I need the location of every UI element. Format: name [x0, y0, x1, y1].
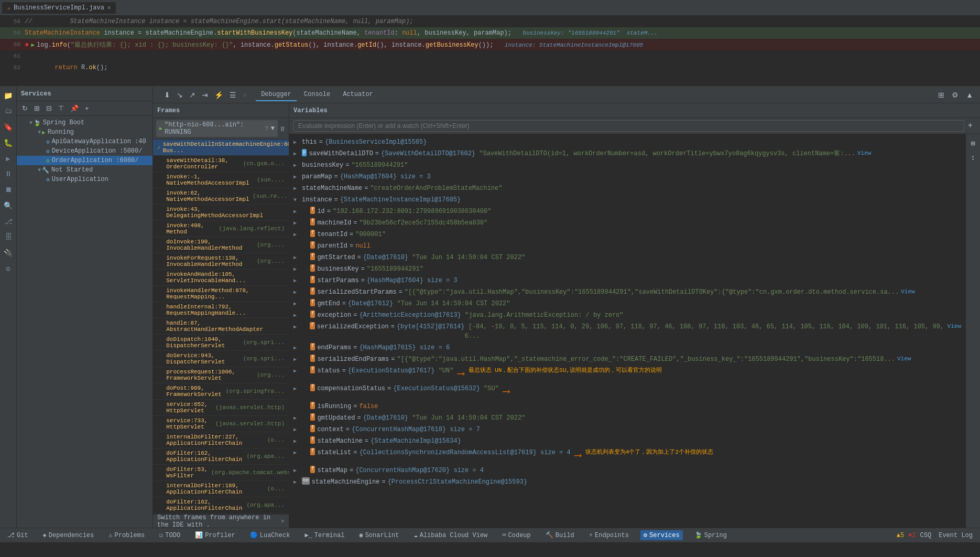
eval-add-button[interactable]: + [964, 120, 976, 132]
tab-close-button[interactable]: ✕ [107, 4, 111, 11]
eval-input[interactable] [293, 120, 964, 132]
error-count[interactable]: ✖2 [908, 531, 916, 539]
var-this[interactable]: ▶ this = {BusinessServiceImpl@15585} [289, 136, 965, 148]
var-expand-sme[interactable]: ▶ [293, 478, 300, 486]
tab-console[interactable]: Console [299, 89, 335, 101]
frame-item-2[interactable]: invoke:-1, NativeMethodAccessorImpl (sun… [153, 172, 289, 188]
collapse-all-button[interactable]: ⊟ [44, 103, 54, 113]
pause-icon[interactable]: ⏸ [2, 167, 15, 181]
restore-layout-button[interactable]: ⊞ [935, 89, 947, 101]
var-stateMachineName[interactable]: ▶ stateMachineName = "createOrderAndProb… [289, 183, 965, 194]
var-expand-ctx[interactable]: ▶ [293, 426, 300, 434]
debug-icon[interactable]: 🐛 [2, 136, 15, 149]
database-icon[interactable]: 🗄 [2, 230, 15, 244]
hint-close-button[interactable]: ✕ [281, 517, 285, 525]
var-expand-dto[interactable]: ▶ [293, 150, 300, 158]
add-button[interactable]: + [83, 103, 91, 113]
git-icon[interactable]: ⎇ [2, 215, 15, 228]
var-expand-sm[interactable]: ▶ [293, 437, 300, 445]
frame-item-9[interactable]: invokeHandlerMethod:878, RequestMapping.… [153, 286, 289, 302]
file-tab[interactable]: ☕ BusinessServiceImpl.java ✕ [2, 2, 116, 14]
frame-item-1[interactable]: saveWithDetail:38, OrderController (cn.g… [153, 156, 289, 172]
project-icon[interactable]: 📁 [2, 89, 15, 102]
var-expand-ex[interactable]: ▶ [293, 312, 300, 319]
var-status[interactable]: ▶ f status = {ExecutionStatus@17617} "UN… [289, 365, 965, 383]
status-services[interactable]: ⚙ Services [640, 530, 683, 540]
var-endParams[interactable]: ▶ f endParams = {HashMap@17615} size = 6 [289, 342, 965, 354]
var-expand-gu[interactable]: ▶ [293, 414, 300, 422]
var-expand-pm[interactable]: ▶ [293, 173, 300, 181]
tree-arrow-spring-boot[interactable]: ▼ [29, 120, 32, 126]
var-serializedEndParams[interactable]: ▶ f serializedEndParams = "[{"@type":"ja… [289, 354, 965, 365]
view-link[interactable]: View [948, 322, 961, 331]
frame-item-5[interactable]: invoke:498, Method (java.lang.reflect) [153, 221, 289, 237]
view-link[interactable]: View [901, 287, 914, 296]
status-problems[interactable]: ⚠ Problems [105, 530, 148, 540]
minimize-button[interactable]: ▲ [963, 89, 976, 101]
var-gmtEnd[interactable]: ▶ f gmtEnd = {Date@17612} "Tue Jun 14 14… [289, 298, 965, 309]
var-saveWithDetailDTO[interactable]: ▶ p saveWithDetailDTO = {SaveWithDetailD… [289, 148, 965, 159]
frame-item-12[interactable]: doDispatch:1040, DispatcherServlet (org.… [153, 335, 289, 351]
thread-select-dropdown[interactable]: ▶ "http-nio-608...ain": RUNNING ⊤ ▼ [156, 120, 278, 137]
status-lua-check[interactable]: 🔵 LuaCheck [247, 530, 293, 540]
plugins-icon[interactable]: 🔌 [2, 246, 15, 260]
settings-button[interactable]: ⚙ [949, 89, 961, 101]
refresh-button[interactable]: ↻ [20, 103, 30, 113]
warning-count[interactable]: ▲5 [897, 532, 904, 539]
frame-item-4[interactable]: invoke:43, DelegatingMethodAccessorImpl [153, 205, 289, 221]
frame-item-7[interactable]: invokeForRequest:138, InvocableHandlerMe… [153, 253, 289, 270]
tree-item-user-app[interactable]: ⚙ UserApplication [17, 175, 153, 184]
drop-frame-button[interactable]: 🗑 [280, 125, 286, 132]
frame-item-22[interactable]: doFilter:162, ApplicationFilterChain (or… [153, 497, 289, 513]
var-expand-ge[interactable]: ▶ [293, 300, 300, 308]
var-stateList[interactable]: ▶ f stateList = {CollectionsSynchronized… [289, 447, 965, 465]
var-context[interactable]: ▶ f context = {ConcurrentHashMap@17618} … [289, 424, 965, 435]
frame-item-18[interactable]: internalDoFilter:227, ApplicationFilterC… [153, 432, 289, 448]
var-expand-sep[interactable]: ▶ [293, 356, 300, 363]
status-spring[interactable]: 🍃 Spring [691, 530, 730, 540]
pin-button[interactable]: 📌 [68, 103, 81, 113]
var-stateMachine[interactable]: ▶ f stateMachine = {StateMachineImpl@156… [289, 435, 965, 447]
var-paramMap[interactable]: ▶ paramMap = {HashMap@17604} size = 3 [289, 171, 965, 183]
var-expand-smn[interactable]: ▶ [293, 185, 300, 192]
run-to-cursor-button[interactable]: ⇥ [199, 89, 211, 101]
var-id[interactable]: ▶ f id = "192.168.172.232:8091:279989691… [289, 206, 965, 217]
settings-icon[interactable]: ⚙ [2, 262, 15, 275]
status-sonar-lint[interactable]: ◉ SonarLint [356, 530, 402, 540]
frames-view-button[interactable]: ☰ [227, 89, 239, 101]
var-instance-businessKey[interactable]: ▶ f businessKey = "1655189944291" [289, 263, 965, 275]
bookmark-icon[interactable]: 🔖 [2, 120, 15, 134]
sort-variables-button[interactable]: ↕ [966, 151, 980, 165]
frame-item-16[interactable]: service:652, HttpServlet (javax.servlet.… [153, 400, 289, 416]
run-icon[interactable]: ▶ [2, 152, 15, 165]
step-into-button[interactable]: ↘ [174, 89, 186, 101]
var-startParams[interactable]: ▶ f startParams = {HashMap@17604} size =… [289, 275, 965, 286]
var-expand-id[interactable]: ▶ [293, 208, 300, 216]
structure-icon[interactable]: 🗂 [2, 104, 15, 118]
frame-item-11[interactable]: handle:87, AbstractHandlerMethodAdapter [153, 318, 289, 335]
tree-item-order-app[interactable]: ⚙ OrderApplication :6080/ [17, 156, 153, 165]
status-terminal[interactable]: ▶_ Terminal [301, 530, 347, 540]
var-gmtUpdated[interactable]: ▶ f gmtUpdated = {Date@17610} "Tue Jun 1… [289, 412, 965, 424]
frame-item-14[interactable]: processRequest:1006, FrameworkServlet (o… [153, 367, 289, 383]
tab-debugger[interactable]: Debugger [256, 89, 297, 101]
status-build[interactable]: 🔨 Build [542, 530, 578, 540]
var-serializedStartParams[interactable]: ▶ f serializedStartParams = "[{"@type":"… [289, 286, 965, 298]
tree-item-not-started[interactable]: ▼ 🔧 Not Started [17, 165, 153, 175]
view-link[interactable]: View [897, 355, 911, 363]
frame-item-13[interactable]: doService:943, DispatcherServlet (org.sp… [153, 351, 289, 367]
var-parentId[interactable]: ▶ f parentId = null [289, 240, 965, 252]
frame-item-15[interactable]: doPost:909, FrameworkServlet (org.spring… [153, 383, 289, 400]
var-expand-sex[interactable]: ▶ [293, 323, 300, 331]
var-gmtStarted[interactable]: ▶ f gmtStarted = {Date@17610} "Tue Jun 1… [289, 252, 965, 263]
var-expand-bk[interactable]: ▶ [293, 162, 300, 169]
var-expand-instance[interactable]: ▼ [293, 196, 300, 204]
frames-list[interactable]: ✓ saveWithDetailInStatemachineEngine:60,… [153, 140, 289, 514]
status-endpoints[interactable]: ⚡ Endpoints [586, 530, 632, 540]
view-link[interactable]: View [857, 149, 871, 158]
frame-item-8[interactable]: invokeAndHandle:105, ServletInvocableHan… [153, 270, 289, 286]
thread-dropdown-icon[interactable]: ▼ [271, 125, 275, 132]
tree-item-running[interactable]: ▼ ▶ Running [17, 127, 153, 137]
var-expand-st[interactable]: ▶ [293, 367, 300, 375]
tree-item-api-gateway[interactable]: ⚙ ApiGatewayApplication :40 [17, 137, 153, 146]
